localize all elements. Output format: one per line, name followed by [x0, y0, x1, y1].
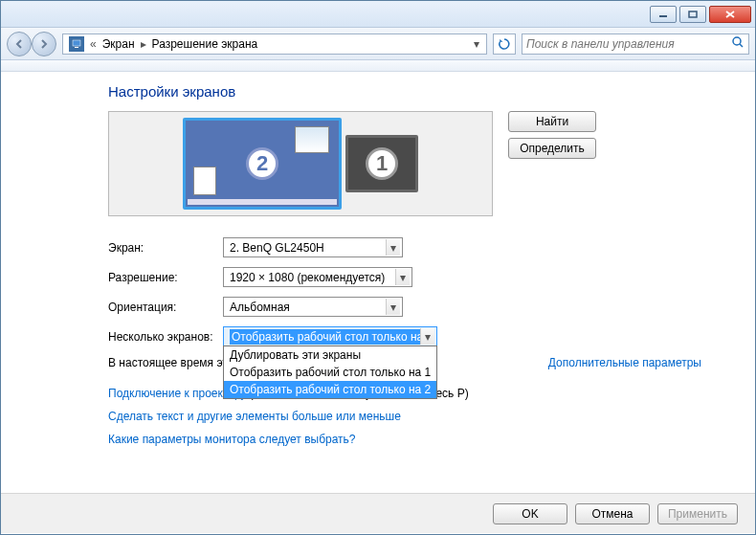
content-area: Настройки экранов 2 1 Найти Определить Э… [1, 72, 755, 493]
advanced-settings-link[interactable]: Дополнительные параметры [548, 356, 701, 369]
search-box[interactable] [522, 33, 749, 55]
multiple-dropdown-list: Дублировать эти экраны Отобразить рабочи… [223, 346, 437, 399]
dropdown-option[interactable]: Отобразить рабочий стол только на 2 [224, 381, 436, 398]
chevron-down-icon: ▾ [420, 328, 434, 345]
refresh-button[interactable] [493, 33, 516, 55]
resolution-combo[interactable]: 1920 × 1080 (рекомендуется) ▾ [223, 267, 412, 287]
multiple-value: Отобразить рабочий стол только на 2 [230, 329, 420, 345]
apply-button: Применить [657, 503, 738, 524]
chevron-down-icon: ▾ [386, 239, 400, 256]
monitor-preview[interactable]: 2 1 [108, 111, 493, 216]
orientation-combo[interactable]: Альбомная ▾ [223, 297, 403, 317]
navbar: « Экран ▸ Разрешение экрана ▾ [1, 28, 755, 60]
toolbar-strip [1, 60, 755, 72]
chevron-down-icon: ▾ [386, 299, 400, 315]
svg-point-4 [733, 37, 741, 45]
resolution-label: Разрешение: [108, 271, 223, 284]
cancel-button[interactable]: Отмена [575, 503, 650, 524]
text-size-link[interactable]: Сделать текст и другие элементы больше и… [108, 410, 401, 423]
resolution-value: 1920 × 1080 (рекомендуется) [230, 271, 395, 284]
breadcrumb-seg1[interactable]: Экран [99, 37, 139, 51]
forward-button[interactable] [32, 32, 56, 56]
titlebar [1, 1, 755, 28]
search-icon[interactable] [731, 35, 745, 52]
current-display-text: В настоящее время эт [108, 356, 228, 369]
preview-window-icon [295, 126, 329, 153]
monitor-2[interactable]: 2 [183, 118, 342, 210]
breadcrumb-arrow: ▸ [139, 37, 148, 51]
address-bar[interactable]: « Экран ▸ Разрешение экрана ▾ [62, 33, 487, 55]
svg-line-5 [740, 44, 743, 47]
monitor-2-number: 2 [246, 147, 278, 180]
identify-button[interactable]: Определить [508, 138, 596, 159]
svg-rect-2 [73, 40, 80, 46]
which-monitor-link[interactable]: Какие параметры монитора следует выбрать… [108, 433, 356, 446]
minimize-button[interactable] [650, 6, 677, 23]
address-dropdown[interactable]: ▾ [469, 37, 484, 51]
chevron-down-icon: ▾ [395, 269, 410, 285]
monitor-1-number: 1 [366, 147, 398, 180]
svg-rect-1 [689, 11, 697, 17]
page-heading: Настройки экранов [108, 83, 728, 100]
preview-taskbar [188, 199, 337, 205]
orientation-label: Ориентация: [108, 301, 223, 314]
multiple-combo[interactable]: Отобразить рабочий стол только на 2 ▾ Ду… [223, 326, 437, 346]
screen-value: 2. BenQ GL2450H [230, 241, 386, 255]
close-button[interactable] [709, 6, 751, 23]
find-button[interactable]: Найти [508, 111, 596, 132]
ok-button[interactable]: OK [493, 503, 567, 524]
svg-rect-0 [659, 15, 667, 17]
footer: OK Отмена Применить [1, 493, 755, 533]
preview-window-icon [193, 167, 216, 195]
screen-label: Экран: [108, 241, 223, 255]
control-panel-icon [69, 36, 84, 52]
svg-rect-3 [75, 47, 78, 48]
back-button[interactable] [7, 32, 32, 56]
monitor-1[interactable]: 1 [345, 135, 418, 192]
search-input[interactable] [526, 37, 731, 51]
dropdown-option[interactable]: Дублировать эти экраны [224, 346, 436, 364]
maximize-button[interactable] [679, 6, 706, 23]
screen-combo[interactable]: 2. BenQ GL2450H ▾ [223, 237, 403, 257]
breadcrumb-chevron: « [88, 37, 99, 51]
dropdown-option[interactable]: Отобразить рабочий стол только на 1 [224, 364, 436, 381]
breadcrumb-seg2[interactable]: Разрешение экрана [148, 37, 262, 51]
multiple-label: Несколько экранов: [108, 330, 223, 344]
orientation-value: Альбомная [230, 301, 386, 314]
